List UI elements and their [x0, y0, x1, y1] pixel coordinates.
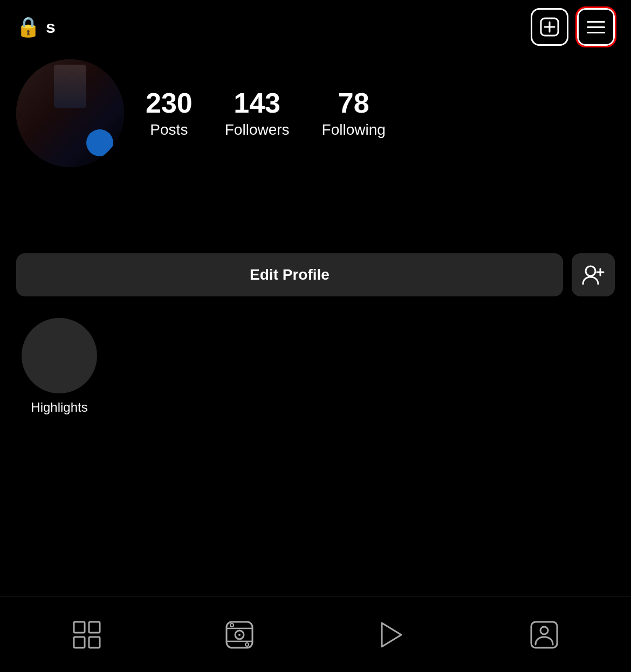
- svg-point-18: [540, 627, 548, 634]
- stats-container: 230 Posts 143 Followers 78 Following: [146, 88, 615, 138]
- posts-stat[interactable]: 230 Posts: [146, 88, 193, 138]
- tab-reels[interactable]: [207, 613, 272, 656]
- posts-count: 230: [146, 88, 193, 119]
- following-label: Following: [322, 121, 386, 138]
- following-stat[interactable]: 78 Following: [322, 88, 386, 138]
- svg-point-15: [230, 623, 234, 627]
- add-content-button[interactable]: [531, 8, 568, 46]
- svg-rect-7: [89, 622, 100, 633]
- avatar[interactable]: [16, 59, 124, 167]
- posts-label: Posts: [150, 121, 188, 138]
- grid-icon: [73, 621, 101, 649]
- tab-tagged[interactable]: [512, 613, 577, 656]
- lock-icon: 🔒: [16, 16, 40, 38]
- add-person-icon: [582, 265, 605, 285]
- svg-point-3: [586, 266, 595, 276]
- add-friend-button[interactable]: [572, 253, 615, 296]
- header-right: [531, 8, 615, 46]
- followers-count: 143: [234, 88, 280, 119]
- highlights-section: Highlights: [0, 302, 631, 426]
- edit-profile-button[interactable]: Edit Profile: [16, 253, 563, 296]
- reels-icon: [225, 621, 253, 649]
- avatar-image: [16, 59, 124, 167]
- svg-rect-6: [74, 622, 85, 633]
- header: 🔒 s: [0, 0, 631, 54]
- highlight-item[interactable]: Highlights: [16, 318, 102, 415]
- highlight-label: Highlights: [31, 400, 87, 415]
- following-count: 78: [338, 88, 369, 119]
- svg-rect-8: [74, 637, 85, 648]
- header-left: 🔒 s: [16, 16, 56, 38]
- bottom-tab-bar: [0, 597, 631, 672]
- tab-grid[interactable]: [54, 613, 119, 656]
- profile-section: 230 Posts 143 Followers 78 Following: [0, 54, 631, 183]
- tab-play[interactable]: [359, 613, 424, 656]
- tag-person-icon: [530, 621, 558, 649]
- menu-bar-1: [587, 21, 605, 23]
- bio-area: [0, 183, 631, 248]
- menu-bar-3: [587, 32, 605, 33]
- hamburger-menu-button[interactable]: [577, 8, 615, 46]
- action-buttons: Edit Profile: [0, 248, 631, 302]
- play-icon: [380, 621, 403, 649]
- svg-point-16: [245, 643, 249, 646]
- username: s: [46, 17, 56, 37]
- followers-stat[interactable]: 143 Followers: [225, 88, 290, 138]
- svg-point-12: [238, 634, 241, 636]
- plus-square-icon: [540, 17, 559, 37]
- highlight-circle[interactable]: [22, 318, 97, 393]
- svg-rect-9: [89, 637, 100, 648]
- menu-bar-2: [587, 26, 605, 28]
- followers-label: Followers: [225, 121, 290, 138]
